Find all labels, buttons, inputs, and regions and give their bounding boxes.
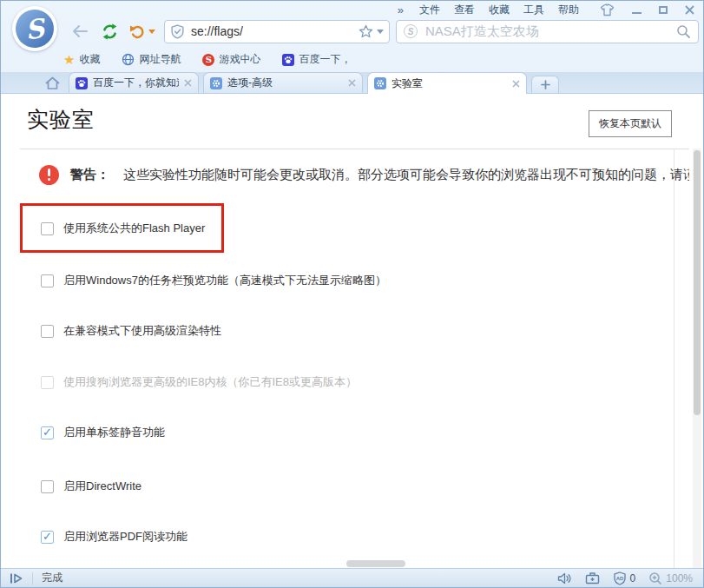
- new-tab-icon[interactable]: [531, 76, 559, 93]
- flag-label: 启用Windows7的任务栏预览功能（高速模式下无法显示缩略图）: [63, 273, 386, 288]
- tab-title: 百度一下，你就知道: [93, 76, 179, 90]
- search-box[interactable]: S NASA打造太空农场: [396, 20, 699, 43]
- menu-help[interactable]: 帮助: [558, 3, 579, 17]
- horizontal-scrollbar-thumb[interactable]: [346, 560, 405, 567]
- tab-close-icon[interactable]: [348, 79, 356, 87]
- gear-icon: [210, 77, 222, 89]
- globe-icon: [122, 53, 135, 66]
- sogou-logo[interactable]: S: [12, 6, 57, 51]
- window-controls: [600, 3, 694, 17]
- zoom-control[interactable]: 100%: [648, 571, 693, 585]
- vertical-scrollbar[interactable]: [693, 149, 701, 568]
- tab-close-icon[interactable]: [512, 80, 520, 88]
- game-center-icon: S: [202, 54, 214, 66]
- gear-icon: [374, 77, 386, 89]
- toolbar: se://flags/ S NASA打造太空农场: [70, 18, 699, 44]
- flag-label: 在兼容模式下使用高级渲染特性: [63, 323, 221, 339]
- ad-block-counter[interactable]: AD 0: [613, 571, 636, 585]
- search-input[interactable]: NASA打造太空农场: [425, 23, 676, 40]
- menu-view[interactable]: 查看: [454, 3, 475, 17]
- speaker-icon[interactable]: [557, 572, 572, 585]
- menubar: » 文件 查看 收藏 工具 帮助: [398, 3, 694, 17]
- status-text: 完成: [42, 571, 63, 585]
- star-icon: ★: [63, 53, 75, 66]
- flag-row-ie8-kernel: 使用搜狗浏览器更高级的IE8内核（你已有IE8或更高版本）: [41, 374, 357, 390]
- home-icon[interactable]: [43, 76, 62, 90]
- reset-defaults-button[interactable]: 恢复本页默认: [589, 110, 672, 137]
- search-magnifier-icon[interactable]: [676, 24, 691, 39]
- undo-icon[interactable]: [129, 23, 146, 39]
- tab-options-advanced[interactable]: 选项-高级: [203, 72, 363, 93]
- flag-label: 启用单标签静音功能: [63, 425, 165, 440]
- warning-banner: 警告： 这些实验性功能随时可能会更改或取消。部分选项可能会导致你的浏览器出现不可…: [39, 164, 689, 185]
- zoom-level: 100%: [666, 572, 693, 585]
- bookmark-label: 百度一下，: [299, 52, 351, 67]
- page-title: 实验室: [27, 105, 95, 134]
- favorite-star-icon[interactable]: [359, 24, 373, 38]
- menu-file[interactable]: 文件: [419, 3, 440, 17]
- content-right-border: [674, 149, 674, 568]
- bookmark-label: 收藏: [79, 52, 100, 67]
- statusbar-right: AD 0 100%: [557, 571, 703, 585]
- flag-row-tab-mute: 启用单标签静音功能: [41, 425, 165, 440]
- bookmark-favorites[interactable]: ★ 收藏: [63, 52, 100, 67]
- skin-icon[interactable]: [600, 3, 615, 17]
- close-icon[interactable]: [685, 5, 694, 15]
- tab-close-icon[interactable]: [184, 79, 192, 87]
- bookmarks-bar: ★ 收藏 网址导航 S 游戏中心 百度一下，: [63, 47, 703, 72]
- warning-icon: [39, 165, 59, 185]
- sogou-logo-icon: S: [13, 7, 56, 50]
- ad-count: 0: [630, 572, 636, 585]
- checkbox[interactable]: [41, 325, 54, 338]
- tab-baidu[interactable]: 百度一下，你就知道: [69, 72, 199, 93]
- highlight-rectangle: [20, 203, 224, 253]
- svg-text:AD: AD: [615, 576, 623, 581]
- menu-favorites[interactable]: 收藏: [489, 3, 510, 17]
- vertical-scrollbar-thumb[interactable]: [694, 150, 701, 415]
- flag-row-pdf-reader: 启用浏览器PDF阅读功能: [41, 529, 188, 545]
- flag-label: 启用浏览器PDF阅读功能: [63, 529, 188, 545]
- checkbox[interactable]: [41, 531, 54, 544]
- checkbox[interactable]: [41, 480, 54, 493]
- flag-label: 使用搜狗浏览器更高级的IE8内核（你已有IE8或更高版本）: [63, 374, 357, 390]
- tab-lab[interactable]: 实验室: [367, 72, 527, 94]
- divider: [20, 149, 689, 149]
- site-security-shield-icon[interactable]: [170, 24, 185, 39]
- bookmark-game-center[interactable]: S 游戏中心: [202, 52, 260, 67]
- baidu-paw-icon: [282, 54, 294, 66]
- tab-title: 选项-高级: [227, 76, 343, 90]
- toolbox-icon[interactable]: [585, 571, 600, 585]
- checkbox: [41, 376, 54, 389]
- flags-page: 实验室 恢复本页默认 警告： 这些实验性功能随时可能会更改或取消。部分选项可能会…: [1, 94, 703, 568]
- flag-row-compat-advanced-rendering: 在兼容模式下使用高级渲染特性: [41, 323, 221, 339]
- favorite-dropdown-icon[interactable]: [377, 30, 384, 34]
- bookmark-label: 游戏中心: [219, 52, 260, 67]
- flag-row-win7-taskbar-preview: 启用Windows7的任务栏预览功能（高速模式下无法显示缩略图）: [41, 273, 386, 288]
- menu-overflow-icon[interactable]: »: [398, 3, 404, 17]
- baidu-paw-icon: [76, 77, 88, 89]
- checkbox[interactable]: [41, 426, 54, 439]
- bookmark-site-navigation[interactable]: 网址导航: [122, 52, 181, 67]
- warning-label: 警告：: [70, 167, 109, 183]
- flag-label: 启用DirectWrite: [63, 479, 141, 494]
- status-bar: 完成 AD 0 100%: [1, 568, 703, 587]
- minimize-icon[interactable]: [632, 12, 641, 14]
- menu-tools[interactable]: 工具: [523, 3, 544, 17]
- tab-bar: 百度一下，你就知道 选项-高级 实验室: [1, 72, 703, 94]
- separator: [32, 572, 33, 585]
- address-bar[interactable]: se://flags/: [164, 20, 390, 43]
- maximize-icon[interactable]: [659, 6, 668, 14]
- tab-title: 实验室: [391, 76, 507, 91]
- bookmark-label: 网址导航: [139, 52, 181, 67]
- checkbox[interactable]: [41, 274, 54, 287]
- address-input[interactable]: se://flags/: [191, 24, 359, 38]
- undo-dropdown-icon[interactable]: [148, 30, 155, 34]
- flag-row-directwrite: 启用DirectWrite: [41, 479, 141, 494]
- refresh-icon[interactable]: [101, 23, 119, 41]
- bookmark-baidu[interactable]: 百度一下，: [282, 52, 351, 67]
- media-panel-icon[interactable]: [10, 572, 23, 585]
- browser-window: S » 文件 查看 收藏 工具 帮助: [0, 0, 704, 588]
- back-icon[interactable]: [70, 23, 89, 39]
- warning-text: 这些实验性功能随时可能会更改或取消。部分选项可能会导致你的浏览器出现不可预知的问…: [123, 167, 689, 183]
- sogou-search-icon: S: [404, 24, 418, 38]
